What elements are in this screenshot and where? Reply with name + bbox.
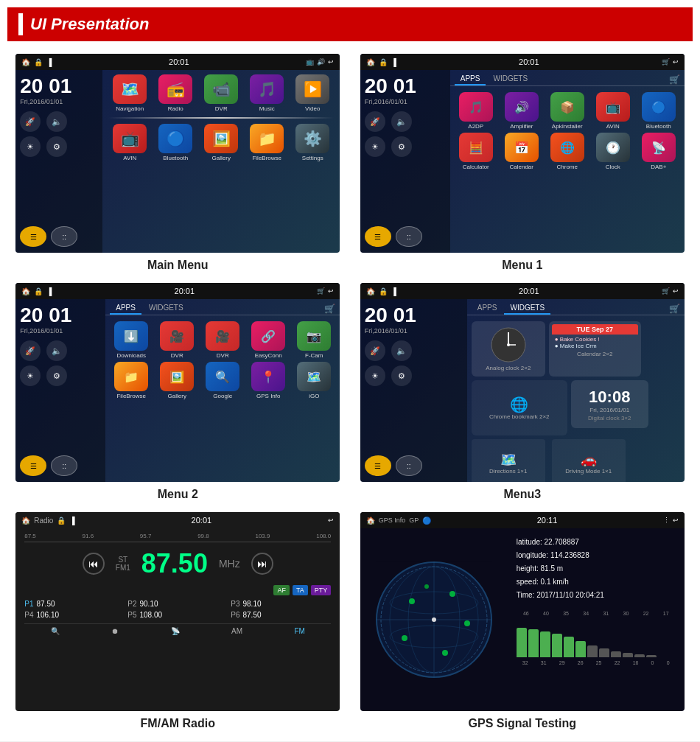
app-fcam[interactable]: 📷F-Cam [293, 321, 335, 359]
pty-btn[interactable]: PTY [311, 585, 332, 595]
tab-apps-m3[interactable]: APPS [472, 302, 503, 315]
app-navigation[interactable]: 🗺️ Navigation [108, 74, 151, 112]
tab-widgets-m1[interactable]: WIDGETS [487, 73, 533, 85]
preset-p5[interactable]: P5108.00 [127, 611, 228, 619]
app-amplifier[interactable]: 🔊Amplifier [500, 92, 543, 130]
r2c2-m1[interactable]: ⚙ [391, 136, 412, 157]
home-radio: 🏠 [21, 517, 30, 525]
r1c1-m1[interactable]: 🚀 [365, 111, 385, 132]
android-screen-menu2[interactable]: 🏠🔒▐ 20:01 🛒↩ 20 01 Fri,2016/01/01 🚀🔈 ☀⚙ [15, 283, 340, 482]
next-btn[interactable]: ⏭ [251, 553, 273, 575]
app-gallery[interactable]: 🖼️ Gallery [200, 124, 242, 161]
android-screen-gps[interactable]: 🏠 GPS Info GP 🔵 20:11 ⋮↩ [360, 512, 685, 711]
app-bluetooth[interactable]: 🔵 Bluetooth [154, 124, 197, 161]
app-avin[interactable]: 📺 AVIN [108, 124, 151, 161]
r2c1-m2[interactable]: ☀ [20, 365, 41, 386]
fm-btn[interactable]: FM [295, 627, 305, 635]
app-calc[interactable]: 🧮Calculator [455, 133, 497, 170]
menu-m2[interactable]: ☰ [20, 455, 46, 476]
widget-driving-mode[interactable]: 🚗 Driving Mode 1×1 [552, 439, 626, 482]
app-gpsinfo[interactable]: 📍GPS Info [247, 362, 290, 399]
app-chrome[interactable]: 🌐Chrome [546, 133, 589, 170]
android-screen-main[interactable]: 🏠 🔒 ▐ 20:01 📺 🔊 ↩ 20 01 [15, 54, 340, 253]
app-music[interactable]: 🎵 Music [245, 74, 288, 112]
rocket-icon[interactable]: 🚀 [20, 111, 41, 132]
tab-widgets-m3[interactable]: WIDGETS [504, 302, 550, 315]
app-filebrowse[interactable]: 📁 FileBrowse [245, 124, 288, 161]
tab-apps-m2[interactable]: APPS [110, 302, 141, 315]
store-icon-m2[interactable]: 🛒 [324, 304, 335, 314]
android-screen-menu3[interactable]: 🏠🔒▐ 20:01 🛒↩ 20 01 Fri,2016/01/01 🚀🔈 ☀⚙ [360, 283, 685, 482]
r2c2-m2[interactable]: ⚙ [46, 365, 67, 386]
store-icon-m3[interactable]: 🛒 [669, 304, 680, 314]
settings-ctrl-icon[interactable]: ⚙ [46, 136, 67, 157]
r1c1-m2[interactable]: 🚀 [20, 340, 41, 361]
apps-btn-m1[interactable]: :: [396, 226, 422, 247]
menu-btn[interactable]: ☰ [20, 226, 46, 247]
app-downloads[interactable]: ⬇️Downloads [110, 321, 153, 359]
ta-btn[interactable]: TA [293, 585, 308, 595]
widget-directions[interactable]: 🗺️ Directions 1×1 [472, 439, 545, 482]
af-ta-pty-row: AF TA PTY [24, 585, 331, 595]
preset-p6[interactable]: P687.50 [231, 611, 331, 619]
r1c2-m1[interactable]: 🔈 [391, 111, 412, 132]
app-settings[interactable]: ⚙️ Settings [291, 124, 334, 161]
app-video[interactable]: ▶️ Video [291, 74, 334, 112]
widget-analog-clock[interactable]: Analog clock 2×2 [472, 321, 545, 377]
app-avin-m1[interactable]: 📺AVIN [592, 92, 634, 130]
volume-ctrl-icon[interactable]: 🔈 [46, 111, 67, 132]
tab-apps-m1[interactable]: APPS [455, 73, 486, 85]
app-a2dp[interactable]: 🎵A2DP [455, 92, 497, 130]
dvr2a-icon: 🎥 [160, 321, 194, 351]
brightness-icon[interactable]: ☀ [20, 136, 41, 157]
r2c2-m3[interactable]: ⚙ [391, 365, 412, 386]
store-m2: 🛒 [317, 287, 325, 295]
preset-p4[interactable]: P4106.10 [24, 611, 125, 619]
store-m1[interactable]: 🛒 [669, 74, 680, 85]
r2c1-m3[interactable]: ☀ [365, 365, 385, 386]
bar-bottom-labels: 32 31 29 26 25 22 16 0 0 [517, 659, 676, 668]
gps-height: height: 81.5 m [517, 562, 676, 575]
antenna-radio-btn[interactable]: 📡 [171, 627, 180, 635]
app-clock[interactable]: 🕐Clock [592, 133, 634, 170]
r1c2-m3[interactable]: 🔈 [391, 340, 412, 361]
record-radio-btn[interactable]: ⏺ [111, 627, 119, 635]
search-radio-btn[interactable]: 🔍 [51, 627, 60, 635]
r2c1-m1[interactable]: ☀ [365, 136, 385, 157]
app-radio[interactable]: 📻 Radio [154, 74, 197, 112]
app-apkinst[interactable]: 📦ApkInstaller [546, 92, 589, 130]
menu-m3[interactable]: ☰ [365, 455, 391, 476]
app-google[interactable]: 🔍Google [201, 362, 244, 399]
app-calendar[interactable]: 📅Calendar [500, 133, 543, 170]
app-bt-m1[interactable]: 🔵Bluetooth [637, 92, 680, 130]
apps-m2[interactable]: :: [51, 455, 77, 476]
apps-btn[interactable]: :: [51, 226, 77, 247]
amp-lbl: Amplifier [510, 123, 533, 130]
widget-chrome-bookmark[interactable]: 🌐 Chrome bookmark 2×2 [472, 380, 567, 435]
preset-p3[interactable]: P398.10 [231, 600, 331, 608]
app-fb-m2[interactable]: 📁FileBrowse [110, 362, 153, 399]
widget-calendar[interactable]: TUE Sep 27 ● Bake Cookies ! ● Make Ice C… [549, 321, 641, 377]
signal-icon: ▐ [46, 58, 52, 66]
prev-btn[interactable]: ⏮ [83, 553, 105, 575]
app-gallery-m2[interactable]: 🖼️Gallery [155, 362, 198, 399]
r1c1-m3[interactable]: 🚀 [365, 340, 385, 361]
preset-p2[interactable]: P290.10 [127, 600, 228, 608]
app-dvr-m2a[interactable]: 🎥DVR [155, 321, 198, 359]
af-btn[interactable]: AF [273, 585, 290, 595]
r1c2-m2[interactable]: 🔈 [46, 340, 67, 361]
preset-p1[interactable]: P187.50 [24, 600, 125, 608]
menu-btn-m1[interactable]: ☰ [365, 226, 391, 247]
app-easyconn[interactable]: 🔗EasyConn [247, 321, 290, 359]
app-dvr[interactable]: 📹 DVR [200, 74, 242, 112]
android-screen-menu1[interactable]: 🏠🔒▐ 20:01 🛒↩ 20 01 Fri,2016/01/01 🚀🔈 ☀⚙ [360, 54, 685, 253]
am-btn[interactable]: AM [231, 627, 242, 635]
android-screen-radio[interactable]: 🏠 Radio 🔒 ▐ 20:01 ↩ 87.5 91.6 95.7 99.8 [15, 512, 340, 711]
app-dvr-m2b[interactable]: 🎥DVR [201, 321, 244, 359]
widget-digital-clock[interactable]: 10:08 Fri, 2016/01/01 Digital clock 3×2 [571, 380, 648, 428]
tab-widgets-m2[interactable]: WIDGETS [143, 302, 189, 315]
status-bar-m1: 🏠🔒▐ 20:01 🛒↩ [360, 54, 685, 70]
app-dab[interactable]: 📡DAB+ [637, 133, 680, 170]
apps-m3[interactable]: :: [396, 455, 422, 476]
app-igo[interactable]: 🗺️iGO [293, 362, 335, 399]
